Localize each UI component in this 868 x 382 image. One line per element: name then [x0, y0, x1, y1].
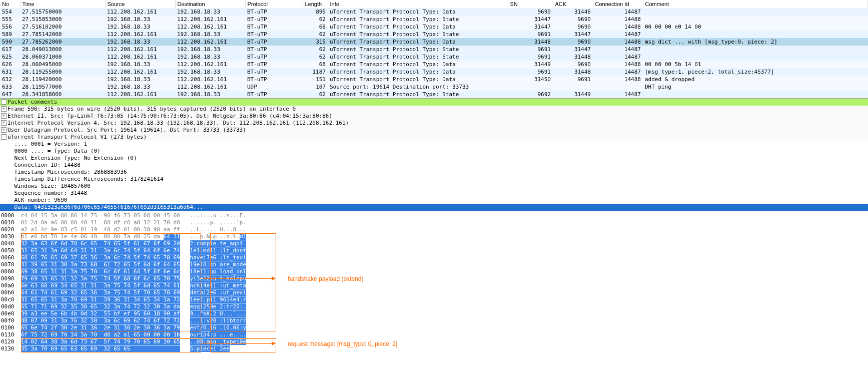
col-header-destination[interactable]: Destination — [175, 0, 245, 8]
detail-top-line[interactable]: +User Datagram Protocol, Src Port: 19614… — [0, 127, 868, 134]
detail-text: uTorrent Transport Protocol V1 (273 byte… — [8, 134, 147, 140]
hex-row[interactable]: 0100 65 6e 74 2f 30 2e 31 36 2e 31 30 2e… — [0, 324, 868, 331]
hex-row[interactable]: 0110 6f 75 72 69 70 34 3a 70 d0 a2 a1 65… — [0, 331, 868, 338]
hex-ascii: .... — [233, 331, 247, 338]
detail-sub-line[interactable]: ACK number: 9690 — [0, 197, 868, 204]
packet-row[interactable]: 63228.119420000192.168.18.33112.208.162.… — [0, 76, 868, 83]
cell-src: 192.168.18.33 — [105, 23, 175, 31]
hex-row[interactable]: 0010 01 2d 0a a6 00 00 40 11 88 df c0 a8… — [0, 219, 868, 226]
hex-row[interactable]: 0070 31 39 65 31 30 3a 73 68 61 72 65 5f… — [0, 261, 868, 268]
detail-sub-line[interactable]: Windows Size: 104857600 — [0, 183, 868, 190]
col-header-no[interactable]: No — [0, 0, 20, 8]
detail-sub-line[interactable]: Connection ID: 14488 — [0, 162, 868, 169]
detail-sub-line[interactable]: Timestamp Microseconds: 2868883936 — [0, 169, 868, 176]
cell-info: uTorrent Transport Protocol Type: Data — [328, 76, 508, 83]
detail-top-line[interactable]: +Internet Protocol Version 4, Src: 192.1… — [0, 120, 868, 127]
cell-no: 555 — [0, 16, 20, 23]
hex-row[interactable]: 00d0 65 71 71 69 32 35 30 65 32 3a 74 72… — [0, 303, 868, 310]
packet-row[interactable]: 63328.119577000192.168.18.33112.208.162.… — [0, 83, 868, 91]
hex-row[interactable]: 0020 a2 a1 4c 9e 83 c5 01 19 48 d2 01 00… — [0, 226, 868, 233]
hex-row[interactable]: 0040 32 3a 63 6f 6d 70 6c 65 74 65 5f 61… — [0, 240, 868, 247]
expand-icon[interactable]: + — [1, 127, 7, 133]
detail-top-line[interactable]: +Frame 590: 315 bytes on wire (2520 bits… — [0, 106, 868, 113]
col-header-ack[interactable]: ACK — [553, 0, 593, 8]
detail-data-line[interactable]: Data: 6431323a636f6d706c6574655f61676f69… — [0, 204, 868, 211]
packet-row[interactable]: 63128.119255000112.208.162.161192.168.18… — [0, 68, 868, 76]
packet-list-pane[interactable]: No Time Source Destination Protocol Leng… — [0, 0, 868, 99]
col-header-length[interactable]: Length — [303, 0, 328, 8]
cell-sn: 31447 — [508, 16, 553, 23]
col-header-comment[interactable]: Comment — [643, 0, 868, 8]
cell-proto: BT-uTP — [245, 46, 303, 53]
hex-row[interactable]: 00f0 d8 07 09 31 3a 76 32 30 3a 6c 69 62… — [0, 317, 868, 324]
cell-cmt: 00 00 00 e0 14 00 — [643, 23, 868, 31]
packet-row[interactable]: 62528.060371000112.208.162.161192.168.18… — [0, 53, 868, 61]
cell-ack: 9690 — [553, 16, 593, 23]
hex-row[interactable]: 0120 14 02 64 38 3a 6d 73 67 5f 74 79 70… — [0, 338, 868, 345]
hex-row[interactable]: 0030 b1 e0 bd 70 1e 4e 06 40 00 00 7a d8… — [0, 233, 868, 240]
hex-bytes: c4 04 15 3a 80 86 14 75 90 f6 73 05 08 0… — [21, 212, 180, 219]
cell-ack: 31448 — [553, 53, 593, 61]
packet-row[interactable]: 55427.515750000112.208.162.161192.168.18… — [0, 8, 868, 16]
packet-row[interactable]: 58927.785142000112.208.162.161192.168.18… — [0, 31, 868, 38]
detail-text: Internet Protocol Version 4, Src: 192.16… — [8, 120, 349, 126]
hex-row[interactable]: 0050 31 65 31 3a 6d 64 31 31 3a 6c 74 5f… — [0, 247, 868, 254]
cell-ack: 31446 — [553, 8, 593, 16]
detail-sub-line[interactable]: Next Extension Type: No Extension (0) — [0, 155, 868, 162]
hex-bytes: b1 e0 bd 70 1e 4e 06 40 00 00 7a d8 25 d… — [21, 233, 164, 240]
col-header-connection-id[interactable]: Connection Id — [593, 0, 643, 8]
expand-icon[interactable]: - — [1, 99, 7, 105]
cell-src: 192.168.18.33 — [105, 76, 175, 83]
detail-top-line[interactable]: +Ethernet II, Src: Tp-LinkT_f6:73:05 (14… — [0, 113, 868, 120]
col-header-sn[interactable]: SN — [508, 0, 553, 8]
expand-icon[interactable]: + — [1, 120, 7, 126]
detail-sub-line[interactable]: .... 0001 = Version: 1 — [0, 141, 868, 148]
hex-row[interactable]: 00b0 64 61 74 61 69 32 65 36 3a 75 74 5f… — [0, 289, 868, 296]
cell-proto: BT-uTP — [245, 8, 303, 16]
hex-offset: 0070 — [1, 261, 15, 268]
hex-row[interactable]: 0060 68 61 76 65 69 37 65 36 3a 6c 74 5f… — [0, 254, 868, 261]
cell-info: uTorrent Transport Protocol Type: State — [328, 16, 508, 23]
detail-sub-line[interactable]: Sequence number: 31448 — [0, 190, 868, 197]
cell-cmt — [643, 31, 868, 38]
expand-icon[interactable]: + — [1, 113, 7, 119]
hex-row[interactable]: 0000 c4 04 15 3a 80 86 14 75 90 f6 73 05… — [0, 212, 868, 219]
hex-offset: 0080 — [1, 268, 15, 275]
packet-row[interactable]: 62628.060495000192.168.18.33112.208.162.… — [0, 61, 868, 68]
hex-row[interactable]: 0080 69 38 65 31 31 3a 75 70 6c 6f 61 64… — [0, 268, 868, 275]
packet-table[interactable]: No Time Source Destination Protocol Leng… — [0, 0, 868, 98]
detail-top-line[interactable]: -uTorrent Transport Protocol V1 (273 byt… — [0, 134, 868, 141]
packet-row[interactable]: 55527.515853000192.168.18.33112.208.162.… — [0, 16, 868, 23]
col-header-time[interactable]: Time — [20, 0, 105, 8]
packet-details-pane[interactable]: -Packet comments +Frame 590: 315 bytes o… — [0, 99, 868, 211]
col-header-source[interactable]: Source — [105, 0, 175, 8]
cell-proto: BT-uTP — [245, 31, 303, 38]
cell-info: uTorrent Transport Protocol Type: State — [328, 53, 508, 61]
detail-sub-line[interactable]: Timestamp Difference Microseconds: 31782… — [0, 176, 868, 183]
hex-row[interactable]: 00a0 6e 63 68 69 34 65 31 31 3a 75 74 5f… — [0, 282, 868, 289]
cell-no: 617 — [0, 46, 20, 53]
packet-row[interactable]: 61728.049013000112.208.162.161192.168.18… — [0, 46, 868, 53]
col-header-info[interactable]: Info — [328, 0, 508, 8]
hex-offset: 00d0 — [1, 303, 15, 310]
hex-ascii: ..L..... H...8... — [190, 226, 247, 233]
cell-proto: BT-uTP — [245, 68, 303, 76]
hex-bytes: 01 2d 0a a6 00 00 40 11 88 df c0 a8 12 2… — [21, 219, 180, 226]
hex-row[interactable]: 00c0 31 65 65 31 3a 70 69 31 39 36 31 34… — [0, 296, 868, 303]
hex-row[interactable]: 0090 79 69 33 65 31 32 3a 75 74 5f 68 6f… — [0, 275, 868, 282]
col-header-protocol[interactable]: Protocol — [245, 0, 303, 8]
packet-row[interactable]: 59027.785262000192.168.18.33112.208.162.… — [0, 38, 868, 46]
hex-row[interactable]: 00e0 39 a3 ee 5e 6b 4b 0d 32 55 bf ef 95… — [0, 310, 868, 317]
cell-time: 27.785142000 — [20, 31, 105, 38]
packet-table-body[interactable]: 55427.515750000112.208.162.161192.168.18… — [0, 8, 868, 98]
hex-row[interactable]: 0130 35 3a 70 69 65 63 65 69 32 65 65 5:… — [0, 345, 868, 352]
hex-bytes: 65 6e 74 2f 30 2e 31 36 2e 31 30 2e 30 3… — [21, 324, 180, 331]
packet-row[interactable]: 55627.516102000192.168.18.33112.208.162.… — [0, 23, 868, 31]
expand-icon[interactable]: - — [1, 134, 7, 140]
hex-bytes: 35 3a 70 69 65 63 65 69 32 65 65 — [21, 345, 180, 352]
detail-sub-line[interactable]: 0000 .... = Type: Data (0) — [0, 148, 868, 155]
cell-sn: 9691 — [508, 31, 553, 38]
hex-dump-pane[interactable]: 0000 c4 04 15 3a 80 86 14 75 90 f6 73 05… — [0, 211, 868, 354]
packet-row[interactable]: 64728.341858000112.208.162.161192.168.18… — [0, 91, 868, 98]
expand-icon[interactable]: + — [1, 106, 7, 112]
